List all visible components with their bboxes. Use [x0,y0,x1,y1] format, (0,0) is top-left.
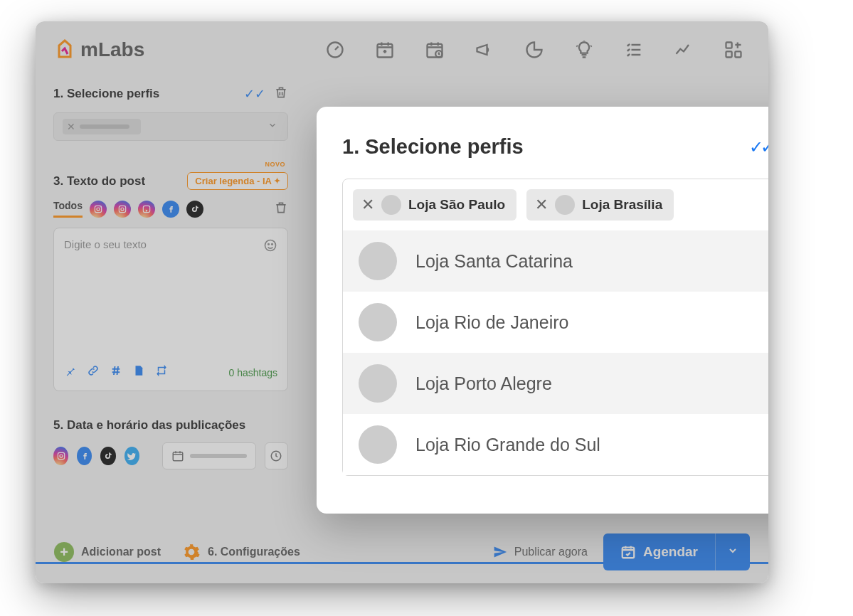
select-all-icon[interactable]: ✓✓ [749,137,768,157]
profile-multiselect: ✕ Loja São Paulo ✕ Loja Brasília Loja Sa… [342,179,768,476]
selected-chip: ✕ Loja São Paulo [353,189,516,221]
chip-remove-icon[interactable]: ✕ [535,196,548,214]
option-label: Loja Santa Catarina [415,251,573,272]
profile-option[interactable]: Loja Rio de Janeiro [343,292,768,353]
option-label: Loja Rio de Janeiro [415,312,568,333]
option-label: Loja Porto Alegre [415,373,552,394]
option-avatar [359,242,397,280]
profile-option[interactable]: Loja Santa Catarina [343,230,768,292]
option-label: Loja Rio Grande do Sul [415,435,600,455]
chip-avatar [381,195,401,215]
popup-title: 1. Selecione perfis [342,135,524,159]
app-window: mLabs 1. Selecione perfis ✓✓ ✕ [36,21,768,583]
profile-option[interactable]: Loja Porto Alegre [343,353,768,414]
profile-option[interactable]: Loja Rio Grande do Sul [343,414,768,475]
selected-chips-row: ✕ Loja São Paulo ✕ Loja Brasília [343,179,768,230]
popup-header: 1. Selecione perfis ✓✓ [342,135,768,159]
chip-avatar [555,195,575,215]
option-avatar [359,303,397,341]
chip-remove-icon[interactable]: ✕ [361,196,374,214]
select-profiles-popup: 1. Selecione perfis ✓✓ ✕ Loja São Paulo … [317,107,768,514]
chip-label: Loja Brasília [582,197,662,213]
option-avatar [359,425,397,464]
selected-chip: ✕ Loja Brasília [526,189,674,221]
option-avatar [359,364,397,403]
profile-options-list: Loja Santa Catarina Loja Rio de Janeiro … [343,230,768,475]
chip-label: Loja São Paulo [408,197,505,213]
